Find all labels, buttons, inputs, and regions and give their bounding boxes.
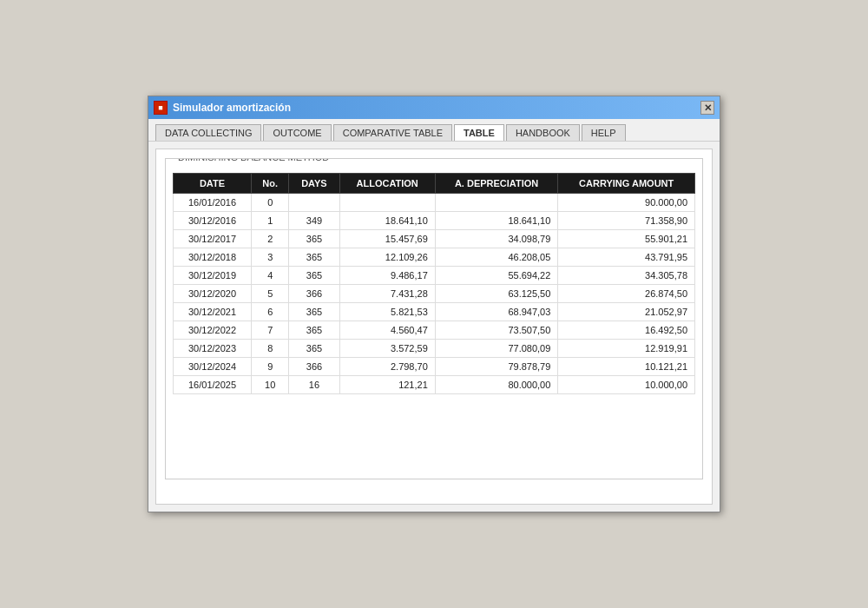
cell-row8-col1: 8 — [252, 340, 289, 358]
cell-row3-col1: 3 — [252, 248, 289, 267]
cell-row0-col3 — [339, 194, 435, 212]
cell-row5-col0: 30/12/2020 — [174, 285, 252, 303]
cell-row3-col3: 12.109,26 — [339, 248, 435, 267]
app-icon-label: ■ — [158, 104, 162, 112]
cell-row5-col5: 26.874,50 — [558, 285, 695, 303]
cell-row0-col2 — [289, 194, 339, 212]
cell-row6-col3: 5.821,53 — [339, 303, 435, 321]
tab-outcome[interactable]: OUTCOME — [263, 124, 331, 141]
cell-row10-col4: 80.000,00 — [435, 376, 558, 394]
section-title: DIMINISHING BALANCE METHOD — [174, 158, 332, 162]
cell-row2-col1: 2 — [252, 230, 289, 248]
cell-row2-col3: 15.457,69 — [339, 230, 435, 248]
cell-row5-col4: 63.125,50 — [435, 285, 558, 303]
cell-row4-col5: 34.305,78 — [558, 267, 695, 285]
content-area: DIMINISHING BALANCE METHOD DATE No. DAYS… — [155, 149, 713, 505]
cell-row10-col5: 10.000,00 — [558, 376, 695, 394]
cell-row10-col2: 16 — [289, 376, 339, 394]
table-row: 16/01/2016090.000,00 — [174, 194, 695, 212]
section-border: DIMINISHING BALANCE METHOD DATE No. DAYS… — [165, 158, 703, 479]
cell-row9-col4: 79.878,79 — [435, 358, 558, 376]
tabs-bar: DATA COLLECTING OUTCOME COMPARATIVE TABL… — [148, 119, 720, 142]
cell-row2-col2: 365 — [289, 230, 339, 248]
title-bar-left: ■ Simulador amortización — [154, 101, 291, 115]
cell-row8-col0: 30/12/2023 — [174, 340, 252, 358]
cell-row1-col4: 18.641,10 — [435, 212, 558, 230]
cell-row4-col2: 365 — [289, 267, 339, 285]
depreciation-table: DATE No. DAYS ALLOCATION A. DEPRECIATION… — [173, 173, 695, 394]
cell-row8-col2: 365 — [289, 340, 339, 358]
cell-row5-col2: 366 — [289, 285, 339, 303]
table-row: 30/12/2018336512.109,2646.208,0543.791,9… — [174, 248, 695, 267]
col-allocation: ALLOCATION — [339, 174, 435, 194]
cell-row3-col2: 365 — [289, 248, 339, 267]
cell-row3-col0: 30/12/2018 — [174, 248, 252, 267]
cell-row2-col4: 34.098,79 — [435, 230, 558, 248]
cell-row5-col1: 5 — [252, 285, 289, 303]
cell-row4-col3: 9.486,17 — [339, 267, 435, 285]
col-date: DATE — [174, 174, 252, 194]
cell-row6-col0: 30/12/2021 — [174, 303, 252, 321]
cell-row9-col0: 30/12/2024 — [174, 358, 252, 376]
title-bar: ■ Simulador amortización ✕ — [148, 96, 720, 119]
table-row: 16/01/20251016121,2180.000,0010.000,00 — [174, 376, 695, 394]
close-button[interactable]: ✕ — [700, 101, 714, 115]
cell-row0-col0: 16/01/2016 — [174, 194, 252, 212]
cell-row0-col4 — [435, 194, 558, 212]
cell-row1-col3: 18.641,10 — [339, 212, 435, 230]
cell-row8-col3: 3.572,59 — [339, 340, 435, 358]
cell-row8-col5: 12.919,91 — [558, 340, 695, 358]
window-title: Simulador amortización — [173, 102, 291, 114]
table-row: 30/12/202383653.572,5977.080,0912.919,91 — [174, 340, 695, 358]
cell-row9-col5: 10.121,21 — [558, 358, 695, 376]
cell-row7-col0: 30/12/2022 — [174, 321, 252, 340]
cell-row1-col1: 1 — [252, 212, 289, 230]
tab-data-collecting[interactable]: DATA COLLECTING — [155, 124, 261, 141]
cell-row0-col5: 90.000,00 — [558, 194, 695, 212]
cell-row4-col1: 4 — [252, 267, 289, 285]
cell-row6-col5: 21.052,97 — [558, 303, 695, 321]
table-row: 30/12/2016134918.641,1018.641,1071.358,9… — [174, 212, 695, 230]
table-row: 30/12/202163655.821,5368.947,0321.052,97 — [174, 303, 695, 321]
col-no: No. — [252, 174, 289, 194]
cell-row7-col2: 365 — [289, 321, 339, 340]
app-icon: ■ — [154, 101, 168, 115]
cell-row7-col4: 73.507,50 — [435, 321, 558, 340]
tab-table[interactable]: TABLE — [454, 124, 504, 141]
main-window: ■ Simulador amortización ✕ DATA COLLECTI… — [148, 96, 720, 512]
table-row: 30/12/202053667.431,2863.125,5026.874,50 — [174, 285, 695, 303]
tab-comparative-table[interactable]: COMPARATIVE TABLE — [333, 124, 452, 141]
cell-row6-col4: 68.947,03 — [435, 303, 558, 321]
col-carrying-amount: CARRYING AMOUNT — [558, 174, 695, 194]
tab-help[interactable]: HELP — [582, 124, 626, 141]
col-a-depreciation: A. DEPRECIATION — [435, 174, 558, 194]
cell-row9-col2: 366 — [289, 358, 339, 376]
col-days: DAYS — [289, 174, 339, 194]
cell-row7-col5: 16.492,50 — [558, 321, 695, 340]
cell-row4-col0: 30/12/2019 — [174, 267, 252, 285]
cell-row5-col3: 7.431,28 — [339, 285, 435, 303]
table-row: 30/12/201943659.486,1755.694,2234.305,78 — [174, 267, 695, 285]
cell-row3-col4: 46.208,05 — [435, 248, 558, 267]
cell-row3-col5: 43.791,95 — [558, 248, 695, 267]
cell-row1-col0: 30/12/2016 — [174, 212, 252, 230]
table-header-row: DATE No. DAYS ALLOCATION A. DEPRECIATION… — [174, 174, 695, 194]
cell-row7-col1: 7 — [252, 321, 289, 340]
table-row: 30/12/2017236515.457,6934.098,7955.901,2… — [174, 230, 695, 248]
cell-row10-col0: 16/01/2025 — [174, 376, 252, 394]
cell-row8-col4: 77.080,09 — [435, 340, 558, 358]
tab-handbook[interactable]: HANDBOOK — [506, 124, 580, 141]
cell-row1-col5: 71.358,90 — [558, 212, 695, 230]
table-wrapper[interactable]: DATE No. DAYS ALLOCATION A. DEPRECIATION… — [173, 173, 695, 468]
cell-row6-col1: 6 — [252, 303, 289, 321]
cell-row6-col2: 365 — [289, 303, 339, 321]
cell-row9-col1: 9 — [252, 358, 289, 376]
cell-row4-col4: 55.694,22 — [435, 267, 558, 285]
cell-row10-col3: 121,21 — [339, 376, 435, 394]
cell-row1-col2: 349 — [289, 212, 339, 230]
cell-row7-col3: 4.560,47 — [339, 321, 435, 340]
cell-row2-col0: 30/12/2017 — [174, 230, 252, 248]
table-row: 30/12/202273654.560,4773.507,5016.492,50 — [174, 321, 695, 340]
table-row: 30/12/202493662.798,7079.878,7910.121,21 — [174, 358, 695, 376]
cell-row10-col1: 10 — [252, 376, 289, 394]
